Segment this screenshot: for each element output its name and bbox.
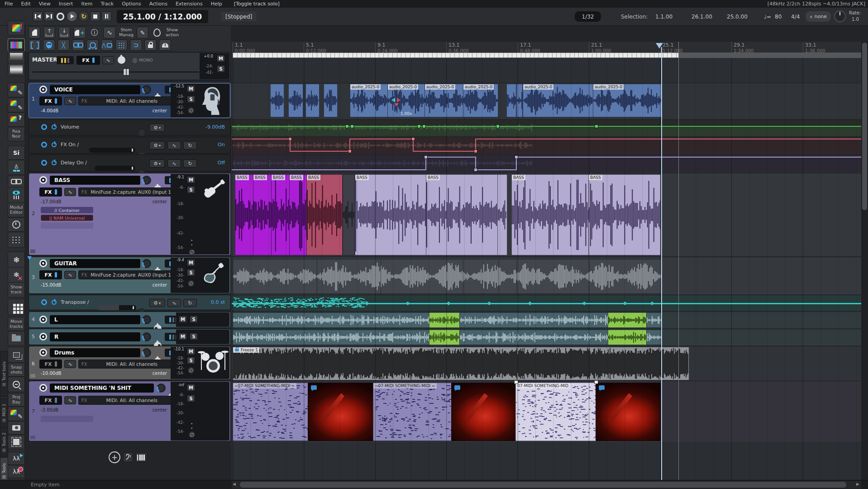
- pan-knob[interactable]: [157, 384, 166, 393]
- tempo-value[interactable]: 80: [775, 14, 782, 20]
- drums-frozen-item[interactable]: Freeze 1: [233, 347, 689, 380]
- pan-knob[interactable]: [142, 85, 151, 94]
- envelope-visible-icon[interactable]: [41, 299, 47, 305]
- bass-item[interactable]: BASS: [355, 174, 427, 255]
- mute-button[interactable]: M: [179, 333, 187, 340]
- theme-issue-button[interactable]: !: [8, 21, 25, 35]
- solo-button[interactable]: S: [187, 395, 195, 402]
- mask-button[interactable]: [43, 39, 55, 51]
- audio-item[interactable]: [506, 84, 516, 117]
- show-track-button[interactable]: Show track: [8, 282, 25, 297]
- solo-button[interactable]: S: [187, 186, 195, 193]
- envelope-fader[interactable]: [95, 166, 135, 171]
- envelope-settings-button[interactable]: ⚙▾: [149, 299, 165, 307]
- cpu-button[interactable]: [8, 435, 25, 449]
- stretch-marker-icon[interactable]: [394, 103, 399, 106]
- audio-item[interactable]: [288, 84, 303, 117]
- fx-slot-empty[interactable]: [41, 222, 93, 229]
- track-panel-guitar[interactable]: 3 GUITAR FX ∿ FXMiniFuse 2:capture_AUX0 …: [29, 257, 231, 294]
- pan-knob[interactable]: [142, 348, 151, 357]
- envelope-knob[interactable]: [137, 128, 146, 137]
- envelope-shape-button[interactable]: ∿: [167, 141, 181, 149]
- fx-button[interactable]: FX: [39, 96, 62, 105]
- stretch-marker-icon[interactable]: [391, 98, 395, 102]
- menu-help[interactable]: Help: [211, 1, 222, 7]
- menu-extensions[interactable]: Extensions: [176, 1, 203, 7]
- solo-button[interactable]: S: [190, 316, 198, 323]
- pan-knob[interactable]: [142, 332, 151, 341]
- pause-button[interactable]: [101, 11, 112, 21]
- video-item[interactable]: [451, 383, 516, 441]
- mute-button[interactable]: M: [187, 348, 195, 355]
- envelope-button[interactable]: ∿: [64, 188, 76, 196]
- envelope-active-icon[interactable]: [52, 125, 57, 129]
- envelope-row-transpose[interactable]: Transpose / ⚙▾ ∿ ↻ 0.0 st: [29, 295, 231, 310]
- fx-slot-nam[interactable]: || NAM Universal: [41, 215, 93, 221]
- repeat-button[interactable]: ↻: [78, 11, 89, 22]
- collapse-arrow-icon[interactable]: [27, 256, 32, 260]
- master-fx-button[interactable]: FX: [76, 56, 100, 65]
- record-arm-button[interactable]: [39, 259, 47, 267]
- menu-item[interactable]: Item: [81, 1, 92, 7]
- rate-knob[interactable]: [834, 10, 846, 22]
- loop-selection-strip[interactable]: [233, 53, 679, 58]
- stem-item-r[interactable]: [646, 330, 662, 345]
- midi-item[interactable]: =07-MIDI SOMETHING-MIDI =: [373, 383, 452, 441]
- snapshots-button[interactable]: Snap shots: [8, 363, 25, 377]
- envelope-button[interactable]: ∿: [64, 360, 76, 368]
- stem-item-r-selected[interactable]: [608, 330, 647, 345]
- grid-division-box[interactable]: 1/32: [575, 11, 601, 22]
- envelope-mod-button[interactable]: ↻: [183, 159, 197, 168]
- envelope-visible-icon[interactable]: [41, 160, 47, 166]
- envelope-shape-button[interactable]: ∿: [167, 299, 181, 307]
- reanoir-button[interactable]: Rea Noir: [8, 127, 25, 141]
- audio-item[interactable]: audio_2025-0: [463, 84, 498, 117]
- freeze-button[interactable]: ❄: [8, 252, 25, 268]
- phase-button[interactable]: ∅: [188, 280, 194, 287]
- envelope-active-icon[interactable]: [52, 160, 57, 165]
- bass-item[interactable]: BASS: [289, 174, 307, 255]
- pan-knob[interactable]: [142, 259, 151, 268]
- envelope-fader[interactable]: [89, 148, 135, 153]
- record-arm-button[interactable]: [39, 333, 47, 340]
- pick-tool-button[interactable]: [152, 27, 162, 38]
- audio-item[interactable]: audio_2025-0: [350, 84, 388, 117]
- menu-file[interactable]: File: [5, 1, 13, 7]
- modul-editor-button[interactable]: Modul Editor: [8, 202, 25, 217]
- lane-delay-env[interactable]: [232, 154, 861, 172]
- track-panel-drums[interactable]: 6 Drums FX ∿ FXMIDI: All: All channels▼ …: [29, 346, 231, 380]
- record-arm-button[interactable]: [39, 86, 47, 93]
- item-note-icon[interactable]: [454, 385, 460, 390]
- unfreeze-button[interactable]: ❄×: [8, 267, 25, 283]
- midi-item-selected[interactable]: 07-MIDI SOMETHING-MID: [515, 383, 596, 441]
- record-button[interactable]: [55, 11, 66, 22]
- horizontal-scrollbar-thumb[interactable]: [240, 482, 846, 488]
- envelope-mod-button[interactable]: ↻: [183, 299, 197, 307]
- volume-readout[interactable]: -3.00dB: [41, 408, 58, 412]
- lane-volume-env[interactable]: [232, 120, 861, 136]
- pan-readout[interactable]: center: [153, 408, 167, 412]
- link-up-button[interactable]: ⋀: [101, 39, 113, 51]
- fx-visibility-button[interactable]: [8, 187, 25, 203]
- import-down-button[interactable]: ↓: [58, 27, 70, 38]
- fx-slot-empty[interactable]: [41, 416, 93, 422]
- perform-record-button[interactable]: λλ: [8, 465, 25, 478]
- tab-tools-2[interactable]: ☒Tools 2: [0, 428, 8, 457]
- master-solo-button[interactable]: S: [217, 65, 225, 72]
- record-arm-button[interactable]: [39, 384, 47, 392]
- crossfade-button[interactable]: ╳: [57, 39, 70, 51]
- pan-readout[interactable]: center: [153, 283, 167, 288]
- stem-item-r-selected[interactable]: [429, 330, 460, 345]
- bass-item[interactable]: BASS: [306, 174, 343, 255]
- record-arm-button[interactable]: [39, 349, 47, 356]
- screenshot-button[interactable]: [8, 421, 25, 435]
- stem-item-l-selected[interactable]: [429, 312, 460, 328]
- move-tracks-button[interactable]: Move tracks: [8, 317, 25, 331]
- video-item[interactable]: [596, 383, 661, 441]
- bass-item[interactable]: [343, 174, 355, 255]
- track-name[interactable]: Drums: [50, 348, 140, 357]
- volume-readout[interactable]: -17.00dB: [41, 199, 61, 204]
- mixer-figure-button[interactable]: ♙: [8, 160, 25, 175]
- menu-track[interactable]: Track: [100, 1, 114, 7]
- solo-button[interactable]: S: [187, 96, 195, 103]
